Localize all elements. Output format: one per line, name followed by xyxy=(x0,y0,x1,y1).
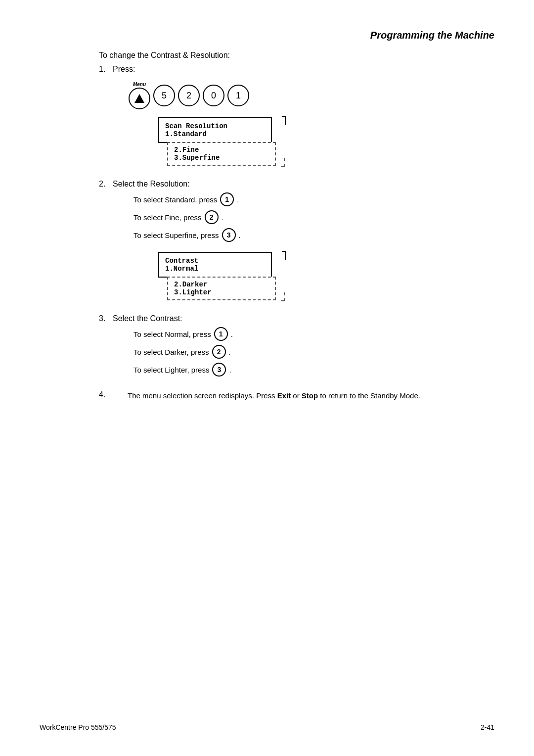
button-sequence: Menu 5 2 0 1 xyxy=(129,82,475,109)
menu-triangle-button xyxy=(129,88,150,109)
contrast-darker-text: To select Darker, press xyxy=(134,348,209,356)
page-footer: WorkCentre Pro 555/575 2-41 xyxy=(0,723,534,731)
period-c3: . xyxy=(229,366,231,374)
key-3-circle: 3 xyxy=(222,228,236,242)
key-1-contrast-circle: 1 xyxy=(214,327,228,341)
intro-text: To change the Contrast & Resolution: xyxy=(99,51,475,60)
resolution-lcd-solid: Scan Resolution 1.Standard xyxy=(158,117,272,143)
contrast-line2: 1.Normal xyxy=(165,265,265,273)
step-4: 4. The menu selection screen redisplays.… xyxy=(99,390,475,402)
step-3: 3. Select the Contrast: To select Normal… xyxy=(99,314,475,377)
step-1-number: 1. xyxy=(99,65,113,74)
contrast-lcd-solid: Contrast 1.Normal xyxy=(158,252,272,278)
page-title: Programming the Machine xyxy=(0,0,534,51)
contrast-line1: Contrast xyxy=(165,257,265,265)
contrast-lighter-item: To select Lighter, press 3 . xyxy=(134,363,475,377)
resolution-fine-item: To select Fine, press 2 . xyxy=(134,210,475,224)
step-2: 2. Select the Resolution: To select Stan… xyxy=(99,180,475,300)
contrast-lcd-dashed: 2.Darker 3.Lighter xyxy=(167,277,276,300)
step-2-content: To select Standard, press 1 . To select … xyxy=(114,192,475,242)
step-2-label: Select the Resolution: xyxy=(113,180,190,189)
step-1: 1. Press: Menu 5 2 0 1 Scan Resolution 1… xyxy=(99,65,475,166)
resolution-display: Scan Resolution 1.Standard 2.Fine 3.Supe… xyxy=(158,117,297,166)
triangle-icon xyxy=(134,94,144,103)
menu-button-group: Menu xyxy=(129,82,150,109)
resolution-line3: 2.Fine xyxy=(174,146,269,154)
step-3-number: 3. xyxy=(99,314,113,323)
contrast-normal-item: To select Normal, press 1 . xyxy=(134,327,475,341)
step-1-label: Press: xyxy=(113,65,135,74)
period-2: . xyxy=(222,213,223,222)
menu-label: Menu xyxy=(133,82,146,87)
period-c1: . xyxy=(231,330,233,338)
contrast-line3: 2.Darker xyxy=(174,281,269,288)
key-2-button: 2 xyxy=(178,85,200,106)
contrast-line4: 3.Lighter xyxy=(174,288,269,296)
period-3: . xyxy=(239,231,241,239)
resolution-line2: 1.Standard xyxy=(165,130,265,138)
key-2-circle: 2 xyxy=(205,210,219,224)
key-1-circle: 1 xyxy=(220,192,234,206)
resolution-superfine-item: To select Superfine, press 3 . xyxy=(134,228,475,242)
key-0-button: 0 xyxy=(203,85,224,106)
key-5-button: 5 xyxy=(153,85,175,106)
contrast-lighter-text: To select Lighter, press xyxy=(134,366,209,374)
period-c2: . xyxy=(229,348,231,356)
period-1: . xyxy=(237,195,239,204)
contrast-normal-text: To select Normal, press xyxy=(134,330,211,338)
footer-right: 2-41 xyxy=(481,723,494,731)
step-2-number: 2. xyxy=(99,180,113,189)
resolution-line1: Scan Resolution xyxy=(165,122,265,130)
key-1-button: 1 xyxy=(227,85,249,106)
key-3-contrast-circle: 3 xyxy=(212,363,226,377)
contrast-darker-item: To select Darker, press 2 . xyxy=(134,345,475,359)
resolution-line4: 3.Superfine xyxy=(174,154,269,162)
footer-left: WorkCentre Pro 555/575 xyxy=(40,723,116,731)
step-4-label: The menu selection screen redisplays. Pr… xyxy=(128,390,420,402)
step-4-number: 4. xyxy=(99,390,113,399)
resolution-standard-text: To select Standard, press xyxy=(134,195,217,204)
resolution-lcd-dashed: 2.Fine 3.Superfine xyxy=(167,142,276,166)
resolution-fine-text: To select Fine, press xyxy=(134,213,202,222)
step-3-label: Select the Contrast: xyxy=(113,314,182,323)
key-2-contrast-circle: 2 xyxy=(212,345,226,359)
step-3-content: To select Normal, press 1 . To select Da… xyxy=(114,327,475,377)
resolution-standard-item: To select Standard, press 1 . xyxy=(134,192,475,206)
contrast-display: Contrast 1.Normal 2.Darker 3.Lighter xyxy=(158,252,297,300)
resolution-superfine-text: To select Superfine, press xyxy=(134,231,219,239)
